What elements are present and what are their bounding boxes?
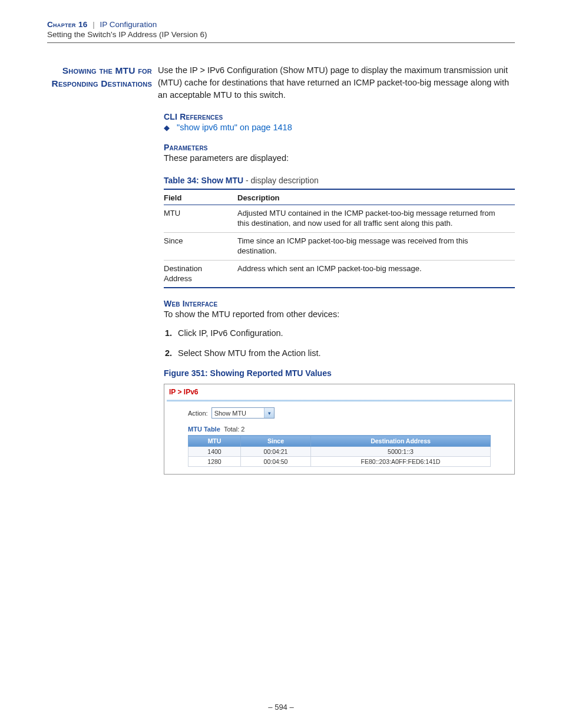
- cli-references-label: CLI References: [164, 112, 515, 121]
- table-cell: 00:04:50: [241, 457, 311, 467]
- diamond-bullet-icon: ◆: [164, 123, 170, 132]
- chapter-title: IP Configuration: [100, 20, 157, 29]
- table-cell: 1280: [189, 457, 241, 467]
- divider: |: [90, 20, 98, 29]
- table-cell: 5000:1::3: [311, 447, 491, 457]
- page-header: Chapter 16 | IP Configuration Setting th…: [47, 20, 515, 43]
- panel-divider: [167, 400, 512, 401]
- cli-reference-link[interactable]: "show ipv6 mtu" on page 1418: [177, 123, 292, 132]
- action-label: Action:: [188, 410, 208, 417]
- table-cell: Adjusted MTU contained in the ICMP packe…: [237, 205, 515, 233]
- col-mtu: MTU: [189, 436, 241, 447]
- figure-caption: Figure 351: Showing Reported MTU Values: [164, 368, 515, 378]
- web-interface-intro: To show the MTU reported from other devi…: [164, 309, 515, 319]
- table34: Field Description MTU Adjusted MTU conta…: [164, 189, 515, 288]
- table34-head-field: Field: [164, 189, 237, 205]
- parameters-desc: These parameters are displayed:: [164, 153, 515, 163]
- chevron-down-icon: ▾: [264, 408, 274, 418]
- table-cell: Destination Address: [164, 260, 237, 288]
- page-number: – 594 –: [0, 703, 562, 711]
- list-item: Click IP, IPv6 Configuration.: [174, 328, 515, 338]
- table-cell: Address which sent an ICMP packet-too-bi…: [237, 260, 515, 288]
- table34-head-desc: Description: [237, 189, 515, 205]
- mtu-table-count: Total: 2: [224, 426, 244, 433]
- list-item: Select Show MTU from the Action list.: [174, 348, 515, 358]
- web-steps: Click IP, IPv6 Configuration. Select Sho…: [164, 328, 515, 358]
- table-cell: 1400: [189, 447, 241, 457]
- table34-caption-rest: - display description: [243, 176, 319, 185]
- col-dest: Destination Address: [311, 436, 491, 447]
- col-since: Since: [241, 436, 311, 447]
- mtu-table: MTU Since Destination Address 1400 00:04…: [188, 435, 491, 467]
- action-select[interactable]: Show MTU ▾: [211, 407, 275, 419]
- table-row: 1280 00:04:50 FE80::203:A0FF:FED6:141D: [189, 457, 491, 467]
- table-row: 1400 00:04:21 5000:1::3: [189, 447, 491, 457]
- table-row: MTU Adjusted MTU contained in the ICMP p…: [164, 205, 515, 233]
- parameters-label: Parameters: [164, 143, 515, 152]
- section-intro: Use the IP > IPv6 Configuration (Show MT…: [158, 64, 515, 101]
- table-cell: FE80::203:A0FF:FED6:141D: [311, 457, 491, 467]
- action-select-value: Show MTU: [212, 410, 264, 417]
- header-subtitle: Setting the Switch's IP Address (IP Vers…: [47, 30, 515, 39]
- mtu-table-label: MTU Table: [188, 426, 220, 433]
- figure-ui-panel: IP > IPv6 Action: Show MTU ▾ MTU Table T…: [164, 384, 515, 475]
- web-interface-label: Web Interface: [164, 299, 515, 308]
- table-cell: MTU: [164, 205, 237, 233]
- section-side-heading: Showing the MTU for Responding Destinati…: [47, 64, 158, 91]
- table-row: Destination Address Address which sent a…: [164, 260, 515, 288]
- table-cell: Time since an ICMP packet-too-big messag…: [237, 232, 515, 260]
- breadcrumb: IP > IPv6: [164, 384, 514, 400]
- table-row: Since Time since an ICMP packet-too-big …: [164, 232, 515, 260]
- table-cell: Since: [164, 232, 237, 260]
- table34-caption-bold: Table 34: Show MTU: [164, 176, 243, 185]
- table-cell: 00:04:21: [241, 447, 311, 457]
- chapter-label: Chapter 16: [47, 20, 88, 29]
